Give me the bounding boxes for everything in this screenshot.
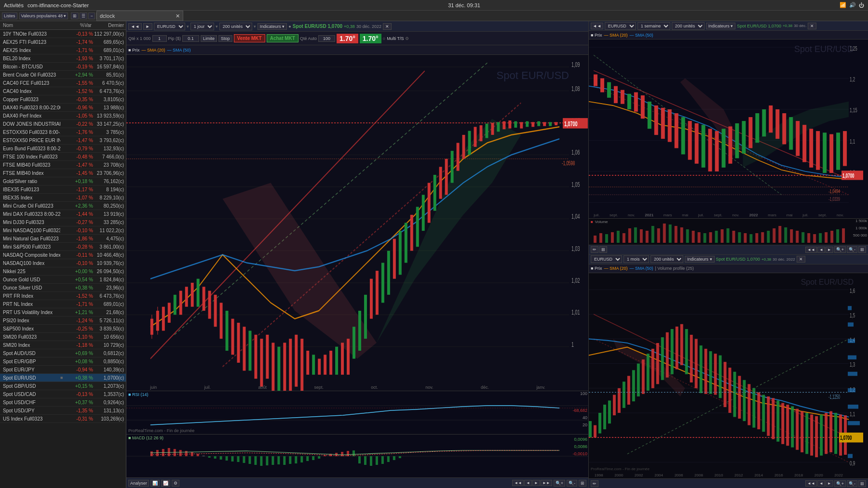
watchlist-item[interactable]: DOW JONES INDUSTRIAL A... -0,22 % 33 147… (0, 120, 126, 128)
watchlist-item[interactable]: Mini DAX Full0323 8:00-22... -1,44 % 13 … (0, 210, 126, 218)
watchlist-item[interactable]: Brent Crude Oil Full0323 +2,94 % 85,91(c… (0, 71, 126, 79)
watchlist-item[interactable]: Spot USD/CHF +0,37 % 0,9264(c) (0, 398, 126, 407)
watchlist-item[interactable]: PRT US Volatility Index +1,21 % 21,68(c) (0, 308, 126, 317)
weekly-zoom-out[interactable]: 🔍- (847, 246, 857, 253)
symbol-select[interactable]: EURUSD (154, 23, 185, 30)
analyser-btn[interactable]: Analyser (128, 480, 149, 487)
pip-input[interactable] (182, 35, 199, 42)
monthly-units[interactable]: 200 unités (651, 255, 683, 263)
listes-btn[interactable]: Listes (2, 13, 17, 19)
watchlist-item[interactable]: Mini Natural Gas Full0223 -1,86 % 4,475(… (0, 235, 126, 243)
watchlist-item[interactable]: Ounce Gold USD +0,54 % 1 824,84(c) (0, 276, 126, 284)
watchlist-item[interactable]: NASDAQ Composite Index -0,11 % 10 466,48… (0, 251, 126, 259)
weekly-zoom-in[interactable]: 🔍+ (834, 246, 846, 253)
weekly-indicators[interactable]: Indicateurs ▾ (706, 23, 736, 29)
watchlist-item[interactable]: AEX25 FTI Full0123 -1,74 % 689,65(c) (0, 38, 126, 46)
watchlist-item[interactable]: ESTOXX50 PRICE EUR INDEX -1,47 % 3 793,6… (0, 136, 126, 145)
watchlist-item[interactable]: Mini DJ30 Full0323 -0,27 % 33 285(c) (0, 218, 126, 226)
watchlist-item[interactable]: IBEX35 Full0123 -1,17 % 8 194(c) (0, 185, 126, 194)
monthly-zoom-in[interactable]: 🔍+ (834, 480, 846, 487)
watchlist-item[interactable]: BEL20 Index -1,93 % 3 701,17(c) (0, 54, 126, 63)
watchlist-item[interactable]: ESTOXX50 Full0323 8:00-2... -1,76 % 3 78… (0, 128, 126, 136)
weekly-units[interactable]: 200 unités (672, 22, 705, 30)
activites-menu[interactable]: Activités (4, 2, 24, 8)
watchlist-item[interactable]: Spot USD/JPY -1,35 % 131,13(c) (0, 407, 126, 415)
monthly-close[interactable]: ✕ (797, 256, 805, 263)
watchlist-item[interactable]: CAC40 Index -1,52 % 6 473,76(c) (0, 87, 126, 95)
watchlist-item[interactable]: Mini S&P500 Full0323 -0,28 % 3 861,00(c) (0, 243, 126, 251)
toolbar-icon-3[interactable]: − (88, 13, 95, 19)
indicators-btn[interactable]: Indicateurs ▾ (258, 23, 287, 30)
main-zoom-in[interactable]: 🔍+ (554, 480, 565, 487)
main-prev-prev[interactable]: ◄◄ (512, 480, 524, 486)
watchlist-item[interactable]: PRT FR Index -1,52 % 6 473,76(c) (0, 292, 126, 300)
watchlist-item[interactable]: DAX40 Full0323 8:00-22:00 -0,96 % 13 988… (0, 104, 126, 112)
weekly-prev[interactable]: ◄ (817, 247, 825, 253)
weekly-timeframe[interactable]: 1 semaine (637, 22, 670, 30)
watchlist-item[interactable]: Gold/Silver ratio +0,18 % 76,162(c) (0, 177, 126, 185)
main-prev[interactable]: ◄ (524, 480, 532, 486)
chart-nav-prev[interactable]: ◄◄ (128, 23, 142, 30)
weekly-zoom-btn[interactable]: ⊞ (599, 246, 607, 253)
weekly-nav[interactable]: ◄◄ (591, 23, 603, 29)
watchlist-item[interactable]: FTSE MIB40 Index -1,45 % 23 706,96(c) (0, 169, 126, 177)
weekly-close[interactable]: ✕ (808, 23, 816, 29)
vente-mkt-btn[interactable]: Vente MKT (234, 34, 265, 42)
watchlist-item[interactable]: Spot AUD/USD +0,69 % 0,6812(c) (0, 349, 126, 357)
bt-icon3[interactable]: ⚙ (172, 480, 179, 487)
bt-icon2[interactable]: 📈 (161, 480, 170, 487)
watchlist-item[interactable]: Spot EUR/USD ■ +0,38 % 1,0700(c) (0, 374, 126, 382)
watchlist-item[interactable]: AEX25 Index -1,71 % 689,01(c) (0, 46, 126, 54)
units-select[interactable]: 200 unités (219, 23, 252, 30)
watchlist-item[interactable]: Mini NASDAQ100 Full0323 -0,10 % 11 022,2… (0, 226, 126, 235)
watchlist-item[interactable]: Spot GBP/USD +0,15 % 1,2073(c) (0, 382, 126, 390)
watchlist-item[interactable]: PRT NL Index -1,71 % 689,01(c) (0, 300, 126, 308)
watchlist-item[interactable]: Spot EUR/GBP +0,08 % 0,8850(c) (0, 357, 126, 366)
main-zoom-out[interactable]: 🔍- (567, 480, 577, 487)
watchlist-item[interactable]: 10Y TNOte Full0323 -0,13 % 112 297,00(c) (0, 30, 126, 38)
toolbar-icon-1[interactable]: ⊞ (71, 13, 79, 19)
watchlist-item[interactable]: PSI20 Index -1,24 % 5 726,11(c) (0, 317, 126, 325)
limite-btn[interactable]: Limite (201, 35, 217, 42)
watchlist-item[interactable]: IBEX35 Index -1,07 % 8 229,10(c) (0, 194, 126, 202)
monthly-draw-btn[interactable]: ✏ (591, 480, 598, 487)
watchlist-item[interactable]: Spot EUR/JPY -0,94 % 140,39(c) (0, 366, 126, 374)
main-next-next[interactable]: ►► (541, 480, 552, 486)
watchlist-item[interactable]: SMI20 Full0323 -1,10 % 10 656(c) (0, 333, 126, 341)
weekly-draw-btn[interactable]: ✏ (591, 246, 598, 253)
weekly-next[interactable]: ► (826, 247, 833, 253)
settings-icon[interactable]: ⚙ (405, 36, 409, 41)
weekly-symbol[interactable]: EURUSD (605, 22, 636, 30)
monthly-next[interactable]: ► (826, 480, 833, 487)
watchlist-item[interactable]: SMI20 Index -1,18 % 10 729(c) (0, 341, 126, 349)
watchlist-item[interactable]: Spot USD/CAD -0,13 % 1,3537(c) (0, 390, 126, 398)
close-chart-btn[interactable]: ✕ (383, 23, 392, 30)
watchlist-item[interactable]: Nikkei 225 +0,00 % 26 094,50(c) (0, 267, 126, 276)
watchlist-item[interactable]: US Index Full0323 -0,31 % 103,269(c) (0, 415, 126, 423)
close-icon[interactable]: ✕ (176, 13, 180, 19)
monthly-prev[interactable]: ◄ (817, 480, 825, 487)
qty-input[interactable] (152, 35, 167, 42)
monthly-prev-prev[interactable]: ◄◄ (805, 480, 817, 487)
stop-btn[interactable]: Stop (218, 35, 232, 42)
main-next[interactable]: ► (532, 480, 540, 486)
watchlist-item[interactable]: NASDAQ100 Index -0,10 % 10 939,76(c) (0, 259, 126, 267)
monthly-indicators[interactable]: Indicateurs ▾ (685, 256, 715, 263)
watchlist-item[interactable]: FTSE MIB40 Full0323 -1,47 % 23 708(c) (0, 161, 126, 169)
chart-nav-next[interactable]: ► (143, 23, 152, 30)
watchlist-item[interactable]: FTSE 100 Index Full0323 -0,48 % 7 466,0(… (0, 153, 126, 161)
achat-mkt-btn[interactable]: Achat MKT (267, 34, 298, 42)
monthly-timeframe[interactable]: 1 mois (624, 255, 649, 263)
watchlist-item[interactable]: Mini Crude Oil Full0223 +2,36 % 80,250(c… (0, 202, 126, 210)
watchlist-item[interactable]: Copper Full0323 -0,35 % 3,8105(c) (0, 95, 126, 104)
weekly-fullscreen[interactable]: ⊞ (858, 246, 866, 253)
monthly-fullscreen[interactable]: ⊞ (858, 480, 866, 487)
watchlist-item[interactable]: S&P500 Index -0,25 % 3 839,50(c) (0, 325, 126, 333)
main-fullscreen[interactable]: ⊞ (579, 480, 586, 487)
qte-auto-input[interactable] (318, 35, 335, 42)
monthly-symbol[interactable]: EURUSD (591, 255, 622, 263)
monthly-zoom-out[interactable]: 🔍- (847, 480, 857, 487)
watchlist-item[interactable]: CAC40 FCE Full0123 -1,55 % 6 470,5(c) (0, 79, 126, 87)
bt-icon1[interactable]: 📊 (150, 480, 160, 487)
valeurs-populaires-btn[interactable]: Valeurs populaires 48 ▾ (19, 13, 68, 19)
